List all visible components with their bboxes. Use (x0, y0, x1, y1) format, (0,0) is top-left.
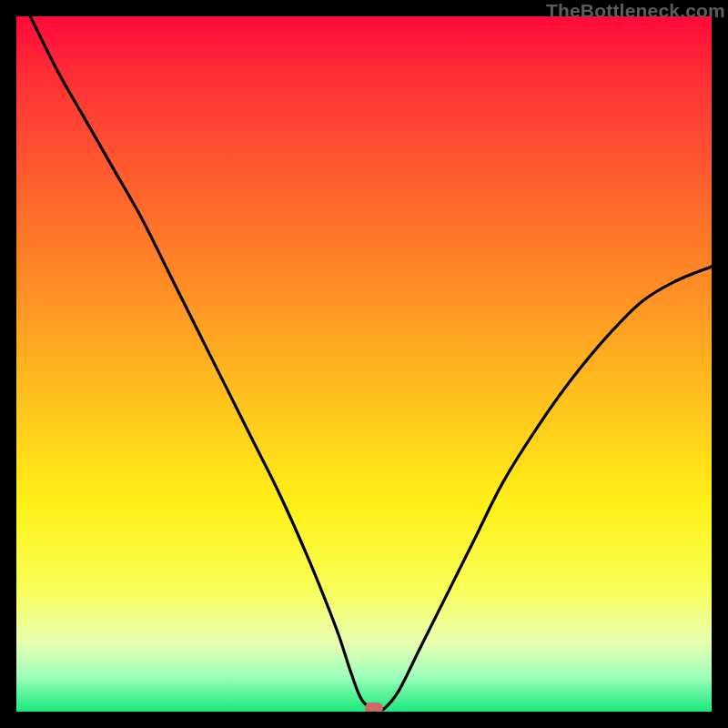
watermark-label: TheBottleneck.com (546, 0, 725, 22)
chart-frame: TheBottleneck.com (0, 0, 728, 728)
optimal-point-marker (365, 703, 383, 712)
plot-area (16, 16, 712, 712)
bottleneck-curve (16, 16, 712, 712)
